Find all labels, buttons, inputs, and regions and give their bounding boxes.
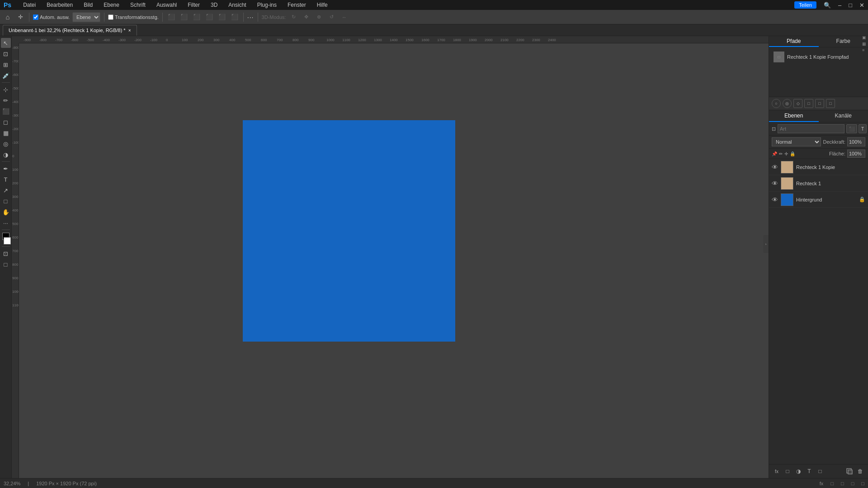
side-icon-3[interactable]: ≡ (862, 48, 868, 52)
3d-slide-icon[interactable]: ↔ (339, 12, 349, 22)
align-left-icon[interactable]: ⬛ (166, 12, 176, 22)
tab-ebenen[interactable]: Ebenen (769, 110, 819, 122)
align-right-icon[interactable]: ⬛ (192, 12, 202, 22)
path-new-btn[interactable]: □ (815, 99, 824, 108)
tab-kanaele[interactable]: Kanäle (819, 110, 868, 122)
active-tab[interactable]: Unbenannt-1 bei 32,2% (Rechteck 1 Kopie,… (3, 25, 137, 36)
share-button[interactable]: Teilen (794, 1, 816, 9)
move-tool-icon[interactable]: ✛ (15, 12, 25, 22)
auto-select-checkbox[interactable]: Autom. ausw. (33, 14, 70, 20)
crop-tool-btn[interactable]: ⊞ (1, 60, 11, 70)
close-button[interactable]: ✕ (859, 2, 864, 9)
menu-3d[interactable]: 3D (209, 2, 219, 8)
tab-close-btn[interactable]: × (128, 28, 131, 33)
right-panel-collapse[interactable]: › (763, 235, 769, 253)
menu-ebene[interactable]: Ebene (102, 2, 121, 8)
menu-filter[interactable]: Filter (186, 2, 202, 8)
status-icon-4[interactable]: □ (861, 481, 864, 486)
menu-schrift[interactable]: Schrift (128, 2, 147, 8)
status-fx-icon[interactable]: fx (820, 481, 824, 486)
eraser-tool-btn[interactable]: ◻ (1, 117, 11, 127)
layer-group-icon[interactable]: □ (815, 466, 825, 476)
lock-brush-icon[interactable]: ✏ (779, 151, 783, 156)
search-icon[interactable]: 🔍 (824, 2, 831, 9)
tab-pfade[interactable]: Pfade (769, 36, 819, 47)
side-icon-1[interactable]: ▣ (862, 35, 868, 40)
layer-select[interactable]: Ebene (72, 12, 100, 22)
opacity-input[interactable] (847, 137, 865, 146)
layer-search-input[interactable] (778, 124, 844, 133)
menu-fenster[interactable]: Fenster (286, 2, 308, 8)
status-icon-2[interactable]: □ (841, 481, 844, 486)
layer-item-rectangle[interactable]: 👁 Rechteck 1 (769, 175, 868, 192)
eyedropper-tool-btn[interactable]: 💉 (1, 70, 11, 80)
menu-plugins[interactable]: Plug-ins (255, 2, 278, 8)
fill-input[interactable] (847, 150, 865, 158)
layer-ctrl-icon-2[interactable]: T (859, 124, 867, 133)
healing-tool-btn[interactable]: ⊹ (1, 84, 11, 94)
blur-tool-btn[interactable]: ◎ (1, 139, 11, 149)
gradient-tool-btn[interactable]: ▦ (1, 128, 11, 138)
menu-bearbeiten[interactable]: Bearbeiten (45, 2, 75, 8)
path-fill-btn[interactable]: ○ (772, 99, 781, 108)
layer-adj-icon[interactable]: T (804, 466, 814, 476)
home-icon[interactable]: ⌂ (3, 12, 13, 22)
background-color[interactable] (4, 237, 11, 244)
lasso-tool-btn[interactable]: ⊡ (1, 49, 11, 59)
layer-visibility-icon-3[interactable]: 👁 (772, 196, 778, 203)
maximize-button[interactable]: □ (849, 2, 852, 9)
path-stroke-btn[interactable]: ◎ (783, 99, 792, 108)
path-tool-btn[interactable]: ↗ (1, 185, 11, 195)
status-icon-1[interactable]: □ (830, 481, 834, 486)
align-bottom-icon[interactable]: ⬛ (230, 12, 240, 22)
pixel-art-canvas[interactable] (243, 120, 455, 342)
3d-rotate-icon[interactable]: ↻ (288, 12, 298, 22)
more-options-btn[interactable]: ··· (247, 14, 254, 21)
side-icon-2[interactable]: ▦ (862, 42, 868, 46)
dodge-tool-btn[interactable]: ◑ (1, 150, 11, 160)
path-item-rectangle-copy[interactable]: □ Rechteck 1 Kopie Formpfad (772, 50, 865, 64)
lock-transparent-icon[interactable]: 📌 (772, 151, 777, 156)
3d-roll-icon[interactable]: ↺ (326, 12, 336, 22)
menu-datei[interactable]: Datei (21, 2, 38, 8)
layer-item-rectangle-copy[interactable]: 👁 Rechteck 1 Kopie (769, 159, 868, 175)
menu-ansicht[interactable]: Ansicht (226, 2, 248, 8)
lock-all-icon[interactable]: 🔒 (790, 151, 795, 156)
minimize-button[interactable]: – (838, 2, 841, 9)
lock-move-icon[interactable]: ✛ (784, 151, 788, 156)
layer-mask-icon[interactable]: ◑ (793, 466, 803, 476)
text-tool-btn[interactable]: T (1, 174, 11, 184)
layer-item-hintergrund[interactable]: 👁 Hintergrund 🔒 (769, 192, 868, 208)
canvas-area[interactable]: -900 -800 -700 -600 -500 -400 -300 -200 … (12, 36, 769, 478)
align-center-v-icon[interactable]: ⬛ (217, 12, 227, 22)
brush-tool-btn[interactable]: ✏ (1, 95, 11, 105)
layer-ctrl-icon-1[interactable]: ⬛ (846, 124, 857, 133)
layer-link-icon[interactable]: fx (772, 466, 782, 476)
zoom-tool-btn[interactable]: ··· (1, 218, 11, 228)
transform-checkbox[interactable]: Transformationsstg. (108, 14, 159, 20)
hand-tool-btn[interactable]: ✋ (1, 207, 11, 217)
status-icon-3[interactable]: □ (851, 481, 854, 486)
align-center-h-icon[interactable]: ⬛ (179, 12, 189, 22)
3d-zoom-icon[interactable]: ⊕ (314, 12, 324, 22)
blend-mode-select[interactable]: Normal (772, 137, 821, 146)
layer-visibility-icon[interactable]: 👁 (772, 164, 778, 171)
layer-new-icon[interactable] (844, 466, 854, 476)
menu-auswahl[interactable]: Auswahl (155, 2, 179, 8)
layer-delete-icon[interactable]: 🗑 (855, 466, 865, 476)
tab-farbe[interactable]: Farbe (819, 36, 868, 47)
path-mask-btn[interactable]: ◇ (793, 99, 802, 108)
3d-pan-icon[interactable]: ✥ (301, 12, 311, 22)
stamp-tool-btn[interactable]: ⬛ (1, 106, 11, 116)
align-top-icon[interactable]: ⬛ (204, 12, 214, 22)
canvas-viewport[interactable] (19, 43, 769, 478)
selection-tool-btn[interactable]: ↖ (1, 38, 11, 48)
quick-mask-btn[interactable]: ⊡ (1, 249, 11, 258)
menu-hilfe[interactable]: Hilfe (315, 2, 330, 8)
pen-tool-btn[interactable]: ✒ (1, 164, 11, 174)
menu-bild[interactable]: Bild (82, 2, 94, 8)
path-shape-btn[interactable]: □ (804, 99, 813, 108)
layer-fx-icon[interactable]: □ (783, 466, 793, 476)
layer-visibility-icon-2[interactable]: 👁 (772, 180, 778, 187)
screen-mode-btn[interactable]: □ (1, 259, 11, 269)
